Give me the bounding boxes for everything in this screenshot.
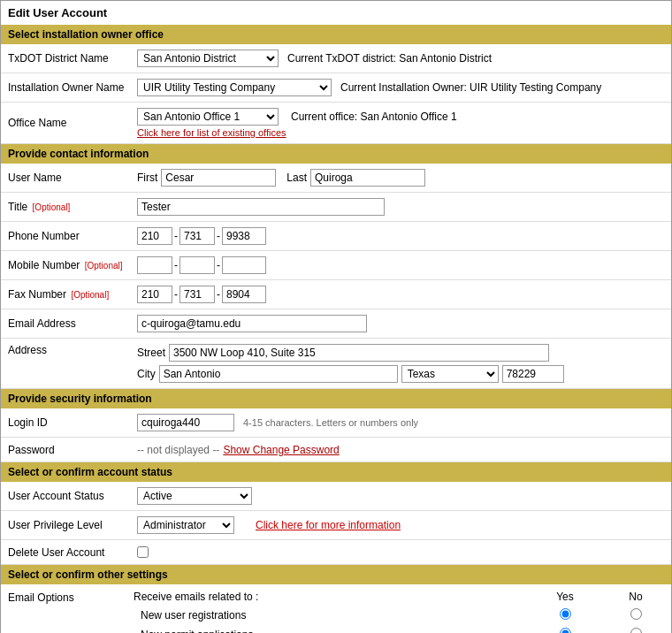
password-not-displayed: -- not displayed -- [137,444,219,456]
mobile-sep1: - [174,259,178,271]
phone-row: Phone Number - - [1,222,671,251]
show-change-password-link[interactable]: Show Change Password [223,444,339,456]
txdot-district-current: Current TxDOT district: San Antonio Dist… [287,52,492,65]
email-options-content: Receive emails related to : Yes No New u… [134,588,671,633]
fax-label: Fax Number [Optional] [1,288,134,301]
phone-number-input[interactable] [222,227,266,245]
mobile-number-input[interactable] [222,256,266,274]
office-name-current: Current office: San Antonio Office 1 [291,111,457,123]
office-name-label: Office Name [1,117,134,129]
last-name-input[interactable] [310,169,425,187]
section-installation: Select installation owner office [1,25,671,44]
fax-row: Fax Number [Optional] - - [1,280,671,309]
section-other-settings: Select or confirm other settings [1,565,671,584]
privilege-content: Administrator Click here for more inform… [134,515,671,536]
account-status-row: User Account Status Active [1,482,671,511]
fax-optional: [Optional] [71,290,109,300]
city-input[interactable] [159,365,398,383]
zip-input[interactable] [502,365,564,383]
street-label: Street [137,347,165,359]
password-content: -- not displayed -- Show Change Password [134,442,671,458]
email-row1-yes-radio[interactable] [560,608,571,620]
first-name-input[interactable] [161,169,276,187]
fax-number-input[interactable] [222,286,266,303]
email-row: Email Address [1,309,671,339]
email-options-table: Receive emails related to : Yes No New u… [134,588,671,633]
password-row: Password -- not displayed -- Show Change… [1,438,671,462]
page-title: Edit User Account [1,1,671,25]
login-input[interactable] [137,414,234,431]
phone-sep2: - [217,230,220,242]
txdot-district-select[interactable]: San Antonio District [137,50,279,67]
privilege-info-link[interactable]: Click here for more information [256,519,401,531]
installation-owner-row: Installation Owner Name UIR Utility Test… [1,73,671,103]
office-name-select[interactable]: San Antonio Office 1 [137,108,279,126]
address-row: Address Street City Texas [1,339,671,389]
email-row1-yes [530,606,600,625]
address-label: Address [1,342,134,356]
privilege-row: User Privilege Level Administrator Click… [1,511,671,540]
delete-checkbox[interactable] [137,546,149,558]
txdot-district-label: TxDOT District Name [1,52,134,65]
txdot-district-content: San Antonio District Current TxDOT distr… [134,48,671,69]
email-row1-no-radio[interactable] [630,608,642,620]
phone-content: - - [134,225,671,247]
email-row1-label: New user registrations [134,606,530,625]
username-row: User Name First Last [1,164,671,193]
office-name-link[interactable]: Click here for list of existing offices [137,127,286,138]
last-label: Last [286,172,307,184]
section-contact: Provide contact information [1,144,671,164]
mobile-prefix-input[interactable] [179,256,215,274]
title-input[interactable] [137,198,385,216]
mobile-sep2: - [217,259,220,271]
email-row1-no [600,606,671,625]
password-label: Password [1,444,134,456]
email-row2-label: New permit applications [134,625,530,633]
title-row: Title [Optional] [1,193,671,222]
mobile-label: Mobile Number [Optional] [1,259,134,271]
fax-content: - - [134,284,671,305]
mobile-area-input[interactable] [137,256,172,274]
account-status-label: User Account Status [1,490,134,502]
phone-area-input[interactable] [137,227,172,245]
email-no-header: No [600,588,671,606]
mobile-content: - - [134,255,671,276]
fax-sep2: - [217,288,220,301]
fax-prefix-input[interactable] [179,286,215,303]
fax-area-input[interactable] [137,286,172,303]
email-row2-no-radio[interactable] [630,628,642,633]
email-options-label: Email Options [1,588,134,604]
mobile-row: Mobile Number [Optional] - - [1,251,671,280]
installation-owner-current: Current Installation Owner: UIR Utility … [340,81,601,94]
email-input[interactable] [137,315,367,332]
txdot-district-row: TxDOT District Name San Antonio District… [1,44,671,73]
street-input[interactable] [169,344,549,362]
privilege-select[interactable]: Administrator [137,516,234,534]
first-label: First [137,172,157,184]
email-row2-no [600,625,671,633]
fax-sep1: - [174,288,178,301]
email-row-2: New permit applications [134,625,671,633]
email-options-row: Email Options Receive emails related to … [1,584,671,633]
title-content [134,196,671,217]
username-label: User Name [1,172,134,184]
delete-row: Delete User Account [1,540,671,565]
delete-label: Delete User Account [1,546,134,559]
phone-sep1: - [174,230,178,242]
installation-owner-select[interactable]: UIR Utility Testing Company [137,79,332,96]
installation-owner-label: Installation Owner Name [1,81,134,94]
email-row2-yes-radio[interactable] [560,628,571,633]
installation-owner-content: UIR Utility Testing Company Current Inst… [134,77,671,98]
state-select[interactable]: Texas [401,365,499,383]
account-status-select[interactable]: Active [137,487,252,505]
email-receive-header: Receive emails related to : [134,588,530,606]
login-label: Login ID [1,416,134,429]
title-label: Title [Optional] [1,201,134,213]
delete-content [134,545,671,560]
section-security: Provide security information [1,389,671,408]
city-label: City [137,368,156,380]
phone-prefix-input[interactable] [179,227,215,245]
address-content: Street City Texas [134,342,671,385]
title-optional: [Optional] [33,202,71,212]
username-content: First Last [134,167,671,188]
